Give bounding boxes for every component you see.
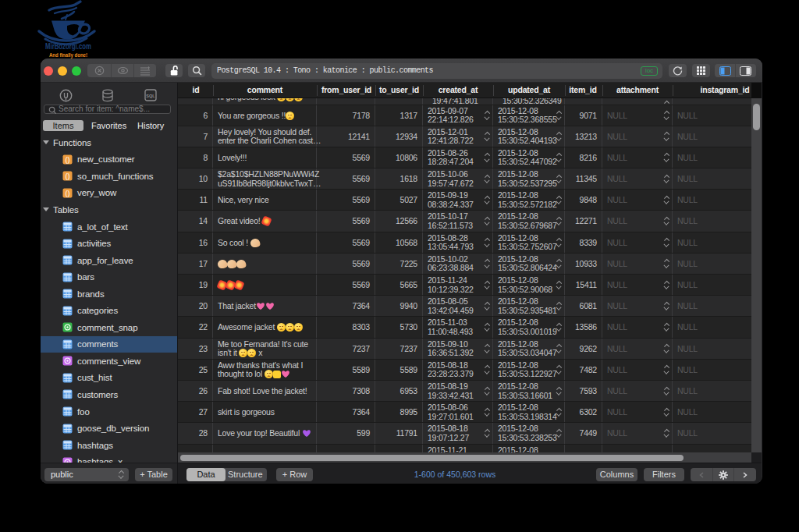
svg-text:SQL: SQL (146, 94, 155, 98)
svg-text:MirBozorgi.com: MirBozorgi.com (45, 41, 91, 51)
svg-text:And finally done!: And finally done! (49, 51, 87, 59)
svg-text:(): () (66, 156, 70, 164)
svg-text:(): () (66, 190, 70, 197)
svg-text:(): () (66, 172, 70, 180)
